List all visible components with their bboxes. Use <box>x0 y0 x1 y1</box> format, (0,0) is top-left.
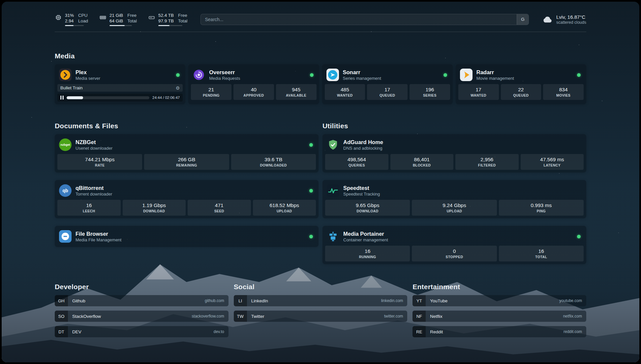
stat-value: 618.52 Mbps <box>254 202 315 208</box>
service-subtitle: Usenet downloader <box>76 146 112 151</box>
pause-icon[interactable] <box>60 96 64 100</box>
service-card-adguard[interactable]: AdGuard Home DNS and adblocking 498,564 … <box>322 134 586 172</box>
stat-label: DOWNLOAD <box>124 209 185 213</box>
service-card-speedtest[interactable]: Speedtest Speedtest Tracking 9.65 Gbps D… <box>322 180 586 218</box>
weather-condition: scattered clouds <box>556 20 586 25</box>
service-title: Sonarr <box>343 69 381 76</box>
bookmark-link[interactable]: LI LinkedIn linkedin.com <box>234 295 408 306</box>
topbar: 31% CPU 2.94 Load <box>55 13 586 26</box>
stat-label: DOWNLOADED <box>232 163 315 167</box>
stat-label: SEED <box>189 209 250 213</box>
service-card-sonarr[interactable]: Sonarr Series management 485 WANTED <box>322 64 453 104</box>
bookmarks-area: Developer GH Github github.com SO StackO… <box>55 283 586 350</box>
section-documents: Documents & Files nzbget NZBGet Usenet d… <box>55 122 319 247</box>
resource-widgets: 31% CPU 2.94 Load <box>55 13 187 26</box>
search-provider-button[interactable]: G <box>517 14 529 25</box>
nzbget-icon: nzbget <box>59 138 72 151</box>
bookmark-link[interactable]: SO StackOverflow stackoverflow.com <box>55 311 229 322</box>
bookmark-link[interactable]: TW Twitter twitter.com <box>234 311 408 322</box>
bookmark-name: DEV <box>68 326 86 337</box>
service-card-nzbget[interactable]: nzbget NZBGet Usenet downloader 74 <box>55 134 319 172</box>
stat-label: STOPPED <box>413 255 495 259</box>
weather-widget: Lviv, 16.87°C scattered clouds <box>542 14 586 25</box>
bookmark-name: Reddit <box>426 326 447 337</box>
service-title: AdGuard Home <box>343 139 383 145</box>
stat-value: 16 <box>326 248 409 254</box>
stat-box: 40 APPROVED <box>233 84 274 100</box>
service-subtitle: Media File Management <box>76 237 121 243</box>
qbittorrent-icon: qb <box>59 184 72 197</box>
stat-value: 744.21 Mbps <box>59 156 141 163</box>
search-input[interactable] <box>201 17 517 22</box>
service-card-overseerr[interactable]: Overseerr Media Requests 21 PENDING <box>188 64 319 104</box>
bookmark-name: LinkedIn <box>247 295 272 306</box>
stat-value: 0.993 ms <box>500 202 582 208</box>
cpu-label: CPU <box>78 13 88 18</box>
bookmark-abbr: NF <box>412 311 426 322</box>
service-title: File Browser <box>76 230 121 237</box>
service-title: Speedtest <box>343 185 380 191</box>
stat-value: 2,956 <box>457 156 517 163</box>
stat-value: 86,401 <box>392 156 452 163</box>
memory-free-label: Free <box>127 13 137 18</box>
service-subtitle: Movie management <box>476 76 514 81</box>
disk-progress-bar <box>158 25 182 26</box>
bookmark-abbr: DT <box>55 326 68 337</box>
bookmark-group-entertainment: Entertainment YT YouTube youtube.com NF … <box>412 283 586 337</box>
bookmark-domain: stackoverflow.com <box>192 311 229 322</box>
bookmark-name: Twitter <box>247 311 269 322</box>
stat-value: 266 GB <box>145 156 228 163</box>
stat-box: 618.52 Mbps UPLOAD <box>253 200 316 216</box>
stat-label: MOVIES <box>544 93 582 97</box>
stat-label: DOWNLOAD <box>326 209 409 213</box>
bookmark-name: YouTube <box>426 295 452 306</box>
stat-value: 0 <box>413 248 495 254</box>
status-dot <box>310 73 314 77</box>
service-card-filebrowser[interactable]: File Browser Media File Management <box>55 226 319 247</box>
stat-label: PING <box>500 209 582 213</box>
stat-box: 16 TOTAL <box>499 246 584 261</box>
service-card-qbittorrent[interactable]: qb qBittorrent Torrent downloader <box>55 180 319 218</box>
cpu-load-value: 2.94 <box>65 18 74 24</box>
cloud-icon <box>542 14 553 25</box>
radarr-icon <box>460 69 473 81</box>
stat-label: UPLOAD <box>254 209 315 213</box>
stat-value: 9.65 Gbps <box>326 202 409 208</box>
bookmark-link[interactable]: NF Netflix netflix.com <box>412 311 586 322</box>
bookmark-abbr: YT <box>412 295 426 306</box>
stat-box: 22 QUEUED <box>501 84 541 100</box>
stat-value: 40 <box>235 86 273 93</box>
bookmark-group-social: Social LI LinkedIn linkedin.com TW Twitt… <box>234 283 408 337</box>
bookmark-link[interactable]: GH Github github.com <box>55 295 229 306</box>
dashboard-window: 31% CPU 2.94 Load <box>2 2 639 362</box>
bookmark-link[interactable]: DT DEV dev.to <box>55 326 229 337</box>
stat-label: SERIES <box>411 93 449 97</box>
memory-total-value: 64 GiB <box>109 18 123 24</box>
stat-value: 21 <box>192 86 230 93</box>
service-card-plex[interactable]: Plex Media server Bullet Train ⚙ <box>55 64 185 104</box>
bookmark-domain: twitter.com <box>384 311 407 322</box>
stat-label: UPLOAD <box>413 209 495 213</box>
bookmark-domain: dev.to <box>214 326 229 337</box>
gear-icon[interactable]: ⚙ <box>176 86 180 90</box>
stat-value: 22 <box>502 86 540 93</box>
service-subtitle: Speedtest Tracking <box>343 192 380 197</box>
stat-label: BLOCKED <box>392 163 452 167</box>
stat-box: 86,401 BLOCKED <box>390 154 454 170</box>
dashboard-content: 31% CPU 2.94 Load <box>55 2 586 350</box>
stat-box: 834 MOVIES <box>543 84 584 100</box>
bookmark-link[interactable]: RE Reddit reddit.com <box>412 326 586 337</box>
service-card-radarr[interactable]: Radarr Movie management 17 WANTED <box>456 64 586 104</box>
bookmark-name: Github <box>68 295 90 306</box>
status-dot <box>176 73 180 77</box>
stat-label: QUERIES <box>326 163 387 167</box>
section-title-developer: Developer <box>55 283 229 291</box>
stat-label: APPROVED <box>235 93 273 97</box>
service-card-portainer[interactable]: Media Portainer Container management 16 … <box>322 226 586 264</box>
weather-location: Lviv, 16.87°C <box>556 14 586 20</box>
bookmark-link[interactable]: YT YouTube youtube.com <box>412 295 586 306</box>
stat-label: QUEUED <box>368 93 406 97</box>
disk-free-value: 52.4 TB <box>158 13 174 18</box>
stat-value: 16 <box>500 248 582 254</box>
section-title-social: Social <box>234 283 408 291</box>
